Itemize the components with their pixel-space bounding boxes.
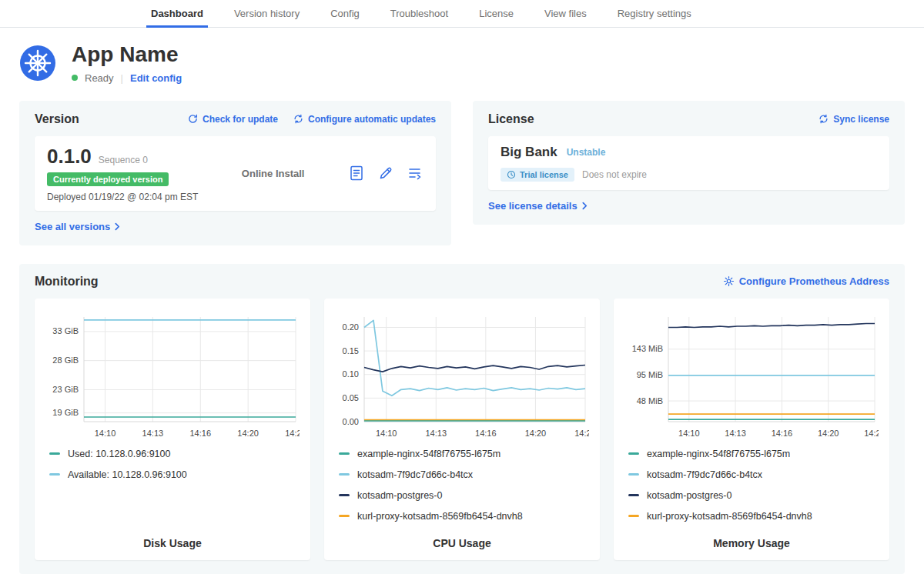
kubernetes-logo-icon bbox=[19, 45, 56, 82]
svg-text:14:10: 14:10 bbox=[376, 429, 397, 438]
legend-color-dash bbox=[339, 452, 350, 455]
svg-text:14:13: 14:13 bbox=[142, 429, 164, 438]
edit-version-config-icon[interactable] bbox=[377, 165, 394, 182]
legend-label: kotsadm-7f9dc7d66c-b4tcx bbox=[647, 469, 762, 480]
legend-label: kurl-proxy-kotsadm-8569fb6454-dnvh8 bbox=[357, 511, 523, 522]
svg-text:48 MiB: 48 MiB bbox=[637, 395, 663, 405]
legend-label: example-nginx-54f8f76755-l675m bbox=[647, 449, 790, 459]
current-version-card: 0.1.0 Sequence 0 Currently deployed vers… bbox=[35, 136, 436, 211]
legend-color-dash bbox=[628, 515, 639, 517]
svg-text:95 MiB: 95 MiB bbox=[637, 370, 663, 379]
memory-usage-card: 143 MiB95 MiB48 MiB14:1014:1314:1614:201… bbox=[614, 299, 889, 560]
svg-text:19 GiB: 19 GiB bbox=[52, 408, 79, 417]
legend-label: Used: 10.128.0.96:9100 bbox=[68, 449, 170, 459]
sync-license-link[interactable]: Sync license bbox=[819, 114, 889, 125]
deploy-logs-icon[interactable] bbox=[407, 165, 424, 182]
tab-view-files[interactable]: View files bbox=[529, 0, 602, 27]
cpu-usage-chart: 0.200.150.100.050.0014:1014:1314:1614:20… bbox=[335, 309, 589, 442]
version-action-icons bbox=[348, 165, 424, 182]
cpu-usage-legend: example-nginx-54f8f76755-l675mkotsadm-7f… bbox=[335, 449, 589, 522]
legend-label: example-nginx-54f8f76755-l675m bbox=[357, 449, 500, 459]
tab-registry-settings[interactable]: Registry settings bbox=[602, 0, 707, 27]
tab-dashboard[interactable]: Dashboard bbox=[136, 0, 219, 27]
link-label: See license details bbox=[488, 200, 578, 212]
legend-item: kotsadm-7f9dc7d66c-b4tcx bbox=[339, 469, 589, 480]
tab-version-history[interactable]: Version history bbox=[219, 0, 315, 27]
cpu-usage-card: 0.200.150.100.050.0014:1014:1314:1614:20… bbox=[324, 299, 600, 560]
disk-usage-legend: Used: 10.128.0.96:9100Available: 10.128.… bbox=[45, 449, 300, 480]
sequence-label: Sequence 0 bbox=[99, 155, 148, 165]
svg-text:14:23: 14:23 bbox=[285, 429, 300, 438]
monitoring-panel: Monitoring Configure Prometheus Address … bbox=[19, 264, 905, 574]
license-card: Big Bank Unstable Trial license Does not… bbox=[488, 136, 889, 190]
chevron-right-icon bbox=[115, 222, 120, 231]
tab-license[interactable]: License bbox=[464, 0, 529, 27]
svg-text:14:16: 14:16 bbox=[189, 429, 211, 438]
legend-item: kurl-proxy-kotsadm-8569fb6454-dnvh8 bbox=[628, 511, 879, 522]
tab-troubleshoot[interactable]: Troubleshoot bbox=[375, 0, 464, 27]
sync-icon bbox=[819, 114, 829, 124]
trial-license-badge: Trial license bbox=[500, 168, 574, 182]
memory-usage-chart: 143 MiB95 MiB48 MiB14:1014:1314:1614:201… bbox=[624, 309, 879, 442]
chart-title: Disk Usage bbox=[45, 531, 300, 549]
link-label: Sync license bbox=[833, 114, 889, 125]
svg-text:14:13: 14:13 bbox=[426, 429, 447, 438]
legend-color-dash bbox=[339, 473, 350, 476]
license-panel-header: License Sync license bbox=[488, 112, 889, 126]
gear-icon bbox=[723, 275, 735, 287]
legend-item: Used: 10.128.0.96:9100 bbox=[49, 449, 300, 459]
svg-text:0.10: 0.10 bbox=[343, 369, 359, 379]
disk-usage-card: 33 GiB28 GiB23 GiB19 GiB14:1014:1314:161… bbox=[35, 299, 310, 560]
refresh-icon bbox=[188, 114, 198, 124]
link-label: Configure automatic updates bbox=[308, 114, 436, 125]
legend-label: kurl-proxy-kotsadm-8569fb6454-dnvh8 bbox=[647, 511, 812, 522]
auto-update-icon bbox=[293, 114, 303, 124]
link-label: Check for update bbox=[203, 114, 278, 125]
svg-text:28 GiB: 28 GiB bbox=[52, 355, 79, 365]
legend-item: kotsadm-7f9dc7d66c-b4tcx bbox=[628, 469, 879, 480]
configure-prometheus-link[interactable]: Configure Prometheus Address bbox=[723, 275, 889, 287]
svg-text:14:10: 14:10 bbox=[95, 429, 116, 438]
svg-text:14:16: 14:16 bbox=[475, 429, 497, 438]
edit-config-link[interactable]: Edit config bbox=[130, 72, 182, 84]
legend-item: kotsadm-postgres-0 bbox=[628, 490, 879, 501]
configure-automatic-updates-link[interactable]: Configure automatic updates bbox=[293, 114, 436, 125]
divider bbox=[121, 72, 123, 84]
chart-title: Memory Usage bbox=[624, 531, 879, 549]
legend-color-dash bbox=[49, 452, 60, 455]
svg-text:14:16: 14:16 bbox=[772, 429, 793, 438]
svg-text:0.00: 0.00 bbox=[343, 416, 359, 425]
version-title: Version bbox=[35, 112, 79, 126]
legend-color-dash bbox=[339, 494, 350, 496]
install-type-label: Online Install bbox=[198, 168, 348, 179]
memory-usage-legend: example-nginx-54f8f76755-l675mkotsadm-7f… bbox=[624, 449, 879, 522]
svg-text:14:23: 14:23 bbox=[574, 429, 589, 438]
svg-text:14:20: 14:20 bbox=[525, 429, 547, 438]
legend-item: Available: 10.128.0.96:9100 bbox=[49, 469, 300, 480]
see-license-details-link[interactable]: See license details bbox=[488, 200, 588, 212]
check-for-update-link[interactable]: Check for update bbox=[188, 114, 278, 125]
see-all-versions-link[interactable]: See all versions bbox=[35, 221, 120, 232]
tab-config[interactable]: Config bbox=[315, 0, 375, 27]
current-version-info: 0.1.0 Sequence 0 Currently deployed vers… bbox=[47, 145, 198, 202]
svg-text:23 GiB: 23 GiB bbox=[52, 385, 79, 394]
legend-item: kotsadm-postgres-0 bbox=[339, 490, 589, 501]
svg-text:14:23: 14:23 bbox=[864, 429, 879, 438]
legend-item: example-nginx-54f8f76755-l675m bbox=[339, 449, 589, 459]
release-notes-icon[interactable] bbox=[348, 165, 365, 182]
deployed-timestamp: Deployed 01/19/22 @ 02:04 pm EST bbox=[47, 192, 198, 202]
svg-text:0.20: 0.20 bbox=[343, 322, 359, 332]
license-title: License bbox=[488, 112, 534, 126]
version-panel: Version Check for update Configure autom… bbox=[19, 101, 451, 245]
app-header-text: App Name Ready Edit config bbox=[72, 43, 182, 84]
legend-item: kurl-proxy-kotsadm-8569fb6454-dnvh8 bbox=[339, 511, 589, 522]
legend-label: kotsadm-postgres-0 bbox=[647, 490, 732, 501]
version-panel-links: Check for update Configure automatic upd… bbox=[188, 114, 436, 125]
cards-row: Version Check for update Configure autom… bbox=[19, 101, 905, 245]
svg-text:14:20: 14:20 bbox=[818, 429, 839, 438]
monitoring-header: Monitoring Configure Prometheus Address bbox=[35, 275, 889, 289]
legend-color-dash bbox=[339, 515, 350, 517]
version-number: 0.1.0 bbox=[47, 145, 92, 169]
version-panel-header: Version Check for update Configure autom… bbox=[35, 112, 436, 126]
app-status-label: Ready bbox=[85, 72, 114, 84]
